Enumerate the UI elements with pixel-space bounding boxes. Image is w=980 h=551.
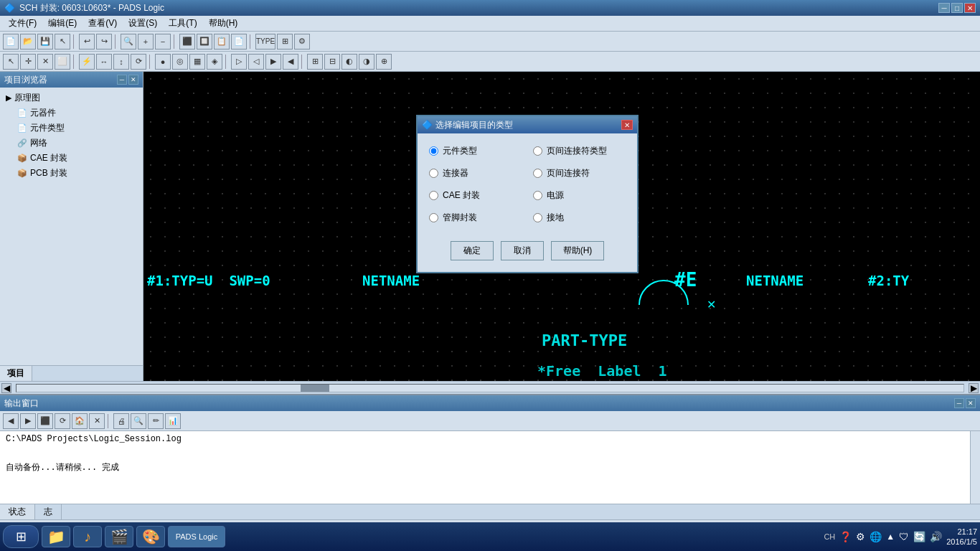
- radio-input-ic[interactable]: [533, 169, 542, 178]
- output-tab-status[interactable]: 状态: [0, 504, 35, 519]
- radio-power[interactable]: 电源: [533, 189, 626, 202]
- tb2-h[interactable]: ↔: [96, 54, 112, 70]
- tb-copy[interactable]: 📋: [214, 34, 230, 50]
- output-close[interactable]: ✕: [966, 398, 976, 408]
- radio-input-power[interactable]: [533, 191, 542, 200]
- tb-fill[interactable]: ⬛: [179, 34, 195, 50]
- output-tab-log[interactable]: 志: [35, 504, 62, 519]
- menu-edit[interactable]: 编辑(E): [42, 16, 83, 31]
- out-tb-edit[interactable]: ✏: [148, 413, 164, 429]
- tb2-delete[interactable]: ✕: [37, 54, 53, 70]
- taskbar-app-art[interactable]: 🎨: [136, 526, 165, 547]
- tree-item-components[interactable]: 📄 元器件: [3, 105, 140, 121]
- menu-file[interactable]: 文件(F): [3, 16, 42, 31]
- tb-undo[interactable]: ↩: [79, 34, 95, 50]
- tb2-arrowL[interactable]: ◀: [283, 54, 298, 70]
- tb2-ring[interactable]: ◎: [172, 54, 188, 70]
- out-tb-stop[interactable]: ⬛: [37, 413, 53, 429]
- tb2-triR[interactable]: ▷: [231, 54, 247, 70]
- tb2-more2[interactable]: ◑: [359, 54, 374, 70]
- out-tb-table[interactable]: 📊: [165, 413, 181, 429]
- output-scrollbar[interactable]: [970, 431, 980, 504]
- tb-extra1[interactable]: TYPE: [255, 34, 275, 50]
- taskbar-icon-settings[interactable]: ⚙: [856, 531, 865, 542]
- tb2-cross[interactable]: ✛: [20, 54, 36, 70]
- dialog-ok-button[interactable]: 确定: [451, 241, 494, 260]
- out-tb-delete[interactable]: ✕: [89, 413, 105, 429]
- menu-settings[interactable]: 设置(S): [123, 16, 163, 31]
- tb-rect[interactable]: 🔲: [197, 34, 212, 50]
- out-tb-search[interactable]: 🔍: [131, 413, 146, 429]
- tb-save[interactable]: 💾: [37, 34, 53, 50]
- tb-select[interactable]: ↖: [55, 34, 70, 50]
- radio-input-ground[interactable]: [533, 213, 542, 222]
- radio-input-connector[interactable]: [429, 169, 438, 178]
- out-tb-print[interactable]: 🖨: [113, 413, 129, 429]
- radio-connector[interactable]: 连接器: [429, 167, 522, 179]
- minimize-button[interactable]: ─: [938, 3, 950, 13]
- tb2-v[interactable]: ↕: [113, 54, 129, 70]
- tb2-sub[interactable]: ⊟: [324, 54, 340, 70]
- taskbar-icon-help[interactable]: ❓: [839, 531, 852, 542]
- out-tb-home[interactable]: 🏠: [72, 413, 88, 429]
- tb2-grid[interactable]: ▦: [189, 54, 205, 70]
- radio-inter-connector-type[interactable]: 页间连接符类型: [533, 145, 626, 157]
- radio-input-pin[interactable]: [429, 213, 438, 222]
- taskbar-icon-volume[interactable]: 🔊: [930, 531, 942, 542]
- tb2-circle[interactable]: ●: [155, 54, 171, 70]
- tb2-more3[interactable]: ⊕: [376, 54, 392, 70]
- scroll-left-btn[interactable]: ◀: [1, 383, 11, 393]
- sidebar-pin[interactable]: ─: [117, 75, 127, 85]
- tree-item-net[interactable]: 🔗 网络: [3, 136, 140, 151]
- dialog-help-button[interactable]: 帮助(H): [551, 241, 605, 260]
- menu-help[interactable]: 帮助(H): [203, 16, 244, 31]
- tb-zoom[interactable]: 🔍: [121, 34, 136, 50]
- radio-component-type[interactable]: 元件类型: [429, 145, 522, 157]
- radio-input-ict[interactable]: [533, 146, 542, 156]
- taskbar-icon-network[interactable]: 🌐: [870, 531, 882, 542]
- taskbar-app-media[interactable]: 🎬: [105, 526, 133, 547]
- tb2-add[interactable]: ⊞: [307, 54, 323, 70]
- taskbar-app-music[interactable]: ♪: [73, 526, 102, 547]
- menu-tools[interactable]: 工具(T): [163, 16, 202, 31]
- tree-item-cae[interactable]: 📦 CAE 封装: [3, 151, 140, 166]
- tb2-diamond[interactable]: ◈: [207, 54, 222, 70]
- tb2-arrow[interactable]: ↖: [3, 54, 19, 70]
- radio-pin-package[interactable]: 管脚封装: [429, 212, 522, 224]
- start-button[interactable]: ⊞: [3, 525, 39, 548]
- tb2-arrowR[interactable]: ▶: [265, 54, 281, 70]
- tb-new[interactable]: 📄: [3, 34, 19, 50]
- tb-zoomin[interactable]: +: [138, 34, 154, 50]
- tb2-more1[interactable]: ◐: [341, 54, 357, 70]
- menu-view[interactable]: 查看(V): [83, 16, 123, 31]
- tb2-triL[interactable]: ◁: [248, 54, 264, 70]
- radio-inter-connector[interactable]: 页间连接符: [533, 167, 626, 179]
- radio-cae-package[interactable]: CAE 封装: [429, 189, 522, 202]
- tb-extra3[interactable]: ⚙: [294, 34, 310, 50]
- sidebar-tab-project[interactable]: 项目: [0, 366, 32, 381]
- tb-redo[interactable]: ↪: [96, 34, 112, 50]
- scroll-right-btn[interactable]: ▶: [969, 383, 979, 393]
- taskbar-app-explorer[interactable]: 📁: [42, 526, 70, 547]
- tb2-power[interactable]: ⚡: [79, 54, 95, 70]
- h-scroll-track[interactable]: [16, 384, 964, 392]
- taskbar-app-pads[interactable]: PADS Logic: [168, 526, 225, 547]
- radio-input-cae[interactable]: [429, 191, 438, 200]
- radio-input-component-type[interactable]: [429, 146, 438, 156]
- maximize-button[interactable]: □: [951, 3, 963, 13]
- tb2-box[interactable]: ⬜: [55, 54, 70, 70]
- taskbar-icon-up[interactable]: ▲: [886, 532, 895, 542]
- radio-ground[interactable]: 接地: [533, 212, 626, 224]
- tb-open[interactable]: 📂: [20, 34, 36, 50]
- tb-extra2[interactable]: ⊞: [277, 34, 293, 50]
- out-tb-back[interactable]: ◀: [3, 413, 19, 429]
- tb-zoomout[interactable]: −: [155, 34, 171, 50]
- out-tb-fwd[interactable]: ▶: [20, 413, 36, 429]
- sidebar-close[interactable]: ✕: [128, 75, 138, 85]
- tree-item-pcb[interactable]: 📦 PCB 封装: [3, 166, 140, 181]
- output-pin[interactable]: ─: [954, 398, 964, 408]
- tb2-rotate[interactable]: ⟳: [131, 54, 146, 70]
- tree-item-schematic[interactable]: ▶ 原理图: [3, 90, 140, 105]
- dialog-close-button[interactable]: ✕: [621, 120, 633, 130]
- h-scroll-thumb[interactable]: [301, 385, 329, 392]
